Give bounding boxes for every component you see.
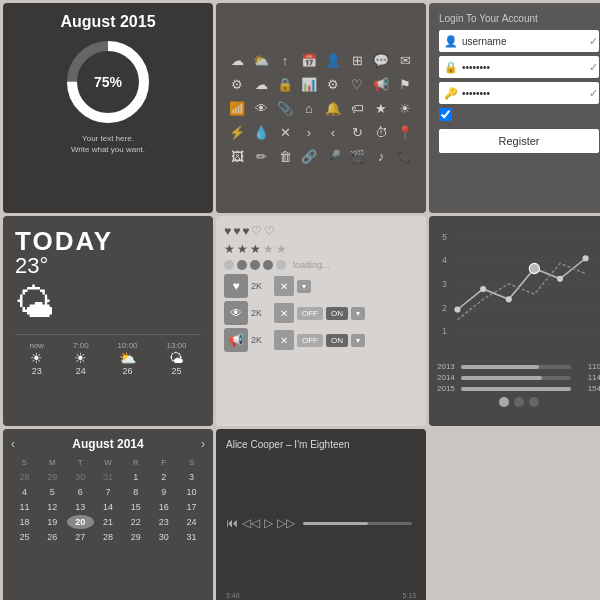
legend-val-1: 110 <box>577 362 600 371</box>
cal-day-2[interactable]: 2 <box>150 470 177 484</box>
cal-day-28[interactable]: 28 <box>95 530 122 544</box>
password-input1[interactable] <box>462 62 589 73</box>
terms-checkbox[interactable] <box>439 108 452 121</box>
heart-3: ♥ <box>242 224 249 238</box>
terms-checkbox-row[interactable] <box>439 108 599 121</box>
x-btn-1[interactable]: ✕ <box>274 276 294 296</box>
cal-day-11[interactable]: 11 <box>11 500 38 514</box>
bar-row-1 <box>461 362 571 371</box>
cal-day-1[interactable]: 1 <box>122 470 149 484</box>
password-field2[interactable]: 🔑 ✓ <box>439 82 599 104</box>
cal-prev-button[interactable]: ‹ <box>11 437 15 451</box>
cal-day-23[interactable]: 23 <box>150 515 177 529</box>
speaker-btn[interactable]: 📢 <box>224 328 248 352</box>
cal-day-12[interactable]: 12 <box>39 500 66 514</box>
cal-day-6[interactable]: 6 <box>67 485 94 499</box>
icon-trash: 🗑 <box>274 145 296 167</box>
music-progress-track[interactable] <box>303 522 412 525</box>
cal-next-button[interactable]: › <box>201 437 205 451</box>
rewind-button[interactable]: ⏮ <box>226 516 238 530</box>
x-btn-2[interactable]: ✕ <box>274 303 294 323</box>
star-3: ★ <box>250 242 261 256</box>
cal-day-29[interactable]: 29 <box>122 530 149 544</box>
cal-header-w: W <box>95 456 122 469</box>
icon-heart2: ♡ <box>346 73 368 95</box>
prev-button[interactable]: ◁◁ <box>242 516 260 530</box>
svg-text:4: 4 <box>442 256 447 265</box>
toggle-off-2[interactable]: OFF <box>297 334 323 347</box>
next-button[interactable]: ▷▷ <box>277 516 295 530</box>
cal-day-8[interactable]: 8 <box>122 485 149 499</box>
cal-day-22[interactable]: 22 <box>122 515 149 529</box>
cal-day-14[interactable]: 14 <box>95 500 122 514</box>
icon-img: 🖼 <box>226 145 248 167</box>
card-weather: TODAY 23° 🌤 now ☀ 23 7:00 ☀ 24 10:00 ⛅ 2… <box>3 216 213 426</box>
toggle-off-1[interactable]: OFF <box>297 307 323 320</box>
eye-btn[interactable]: 👁 <box>224 301 248 325</box>
wx-temp-1300: 25 <box>166 366 186 376</box>
cal-day-10[interactable]: 10 <box>178 485 205 499</box>
cal-day-4[interactable]: 4 <box>11 485 38 499</box>
play-button[interactable]: ▷ <box>264 516 273 530</box>
carousel-dot-1[interactable] <box>499 397 509 407</box>
cal-day-3[interactable]: 3 <box>178 470 205 484</box>
toggle-on-2[interactable]: ON <box>326 334 348 347</box>
cal-day-7[interactable]: 7 <box>95 485 122 499</box>
cal-day-15[interactable]: 15 <box>122 500 149 514</box>
cal-day-19[interactable]: 19 <box>39 515 66 529</box>
register-button[interactable]: Register <box>439 129 599 153</box>
icon-settings: ⚙ <box>226 73 248 95</box>
cal-day-26[interactable]: 26 <box>39 530 66 544</box>
time-700: 7:00 <box>73 341 89 350</box>
icon-sun: ☀ <box>394 97 416 119</box>
username-field[interactable]: 👤 ✓ <box>439 30 599 52</box>
cal-day-13[interactable]: 13 <box>67 500 94 514</box>
calendar-header: ‹ August 2014 › <box>11 437 205 451</box>
cal-day-16[interactable]: 16 <box>150 500 177 514</box>
cal-day-21[interactable]: 21 <box>95 515 122 529</box>
heart-btn[interactable]: ♥ <box>224 274 248 298</box>
dropdown-2[interactable]: ▾ <box>351 307 365 320</box>
cal-header-s2: S <box>178 456 205 469</box>
icon-drop: 💧 <box>250 121 272 143</box>
icon-flag: ⚑ <box>394 73 416 95</box>
stats-subtext: Your text here.Write what you want. <box>71 133 145 155</box>
cal-day-30[interactable]: 30 <box>150 530 177 544</box>
username-input[interactable] <box>462 36 589 47</box>
password-field1[interactable]: 🔒 ✓ <box>439 56 599 78</box>
icon-calendar: 📅 <box>298 49 320 71</box>
cal-day-17[interactable]: 17 <box>178 500 205 514</box>
x-btn-3[interactable]: ✕ <box>274 330 294 350</box>
dropdown-3[interactable]: ▾ <box>351 334 365 347</box>
password-input2[interactable] <box>462 88 589 99</box>
heart-2: ♥ <box>233 224 240 238</box>
icon-grid2: ⊞ <box>346 49 368 71</box>
cal-day-27[interactable]: 27 <box>67 530 94 544</box>
cal-day-30prev[interactable]: 30 <box>67 470 94 484</box>
cal-day-24[interactable]: 24 <box>178 515 205 529</box>
cal-day-29prev[interactable]: 29 <box>39 470 66 484</box>
cal-day-25[interactable]: 25 <box>11 530 38 544</box>
user-icon: 👤 <box>444 35 458 48</box>
chart-legend: 2013 110 2014 114 2015 154 <box>437 362 600 393</box>
cal-day-20-today[interactable]: 20 <box>67 515 94 529</box>
weather-1300: 13:00 🌤 25 <box>166 341 186 376</box>
dropdown-1[interactable]: ▾ <box>297 280 311 293</box>
heart-1: ♥ <box>224 224 231 238</box>
cal-day-31[interactable]: 31 <box>178 530 205 544</box>
cal-day-18[interactable]: 18 <box>11 515 38 529</box>
card-music-player: Alice Cooper – I'm Eighteen ⏮ ◁◁ ▷ ▷▷ 3:… <box>216 429 426 600</box>
legend-year-1: 2013 <box>437 362 455 371</box>
toggle-on-1[interactable]: ON <box>326 307 348 320</box>
cal-header-r: R <box>122 456 149 469</box>
cal-day-5[interactable]: 5 <box>39 485 66 499</box>
cal-day-28prev[interactable]: 28 <box>11 470 38 484</box>
carousel-dot-3[interactable] <box>529 397 539 407</box>
count-1: 2K <box>251 281 271 291</box>
icon-refresh: ↻ <box>346 121 368 143</box>
icon-chevron-right: › <box>298 121 320 143</box>
carousel-dot-2[interactable] <box>514 397 524 407</box>
cal-day-9[interactable]: 9 <box>150 485 177 499</box>
cal-day-31prev[interactable]: 31 <box>95 470 122 484</box>
icon-x: ✕ <box>274 121 296 143</box>
